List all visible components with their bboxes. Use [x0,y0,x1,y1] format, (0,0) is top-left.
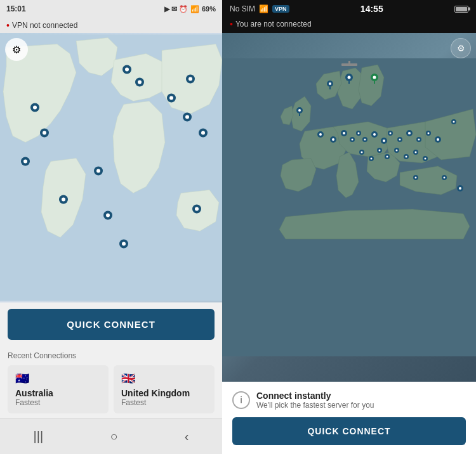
settings-button-right[interactable]: ⚙ [451,38,471,58]
svg-point-99 [425,158,426,160]
nav-back-icon[interactable]: ‹ [172,427,202,446]
australia-name: Australia [15,388,101,398]
quick-connect-button-right[interactable]: QUICK CONNECT [232,417,466,445]
svg-point-65 [358,133,360,134]
svg-point-93 [396,150,398,152]
svg-point-105 [459,187,461,190]
svg-point-61 [343,132,345,134]
left-panel: 15:01 ▶ ✉ ⏰ 📶 69% • VPN not connected ⚙ [0,0,222,454]
svg-point-30 [195,207,199,211]
uk-flag: 🇬🇧 [121,372,207,386]
time-left: 15:01 [6,4,26,13]
vpn-status-bar-left: • VPN not connected [0,18,222,33]
recent-connections-section: Recent Connections 🇦🇺 Australia Fastest … [0,346,222,418]
svg-point-95 [406,156,407,158]
right-panel: No SIM 📶 VPN 14:55 • You are not connect… [222,0,476,454]
svg-point-107 [453,121,455,123]
svg-point-71 [383,139,385,142]
settings-button-left[interactable]: ⚙ [5,38,28,61]
bottom-panel-right: i Connect instantly We'll pick the faste… [222,382,476,454]
status-bar-left: 15:01 ▶ ✉ ⏰ 📶 69% [0,0,222,18]
australia-speed: Fastest [15,398,101,407]
pin-14 [119,240,128,249]
nav-menu-icon[interactable]: ||| [21,427,56,446]
connect-instantly-subtitle: We'll pick the fastest server for you [256,401,374,410]
svg-point-59 [332,138,334,141]
notification-icons: ▶ ✉ ⏰ [164,5,188,13]
svg-point-85 [361,152,363,153]
pin-1 [122,65,131,74]
pin-10 [192,205,201,214]
pin-13 [103,211,112,220]
svg-point-91 [387,156,388,158]
svg-point-6 [138,81,142,84]
status-left-right: No SIM 📶 VPN [230,4,289,13]
uk-speed: Fastest [121,398,207,407]
svg-point-27 [201,131,205,135]
status-icons-left: ▶ ✉ ⏰ 📶 69% [164,5,216,13]
svg-point-77 [408,132,411,134]
quick-connect-section-left: QUICK CONNECT [0,302,222,346]
svg-point-45 [348,76,351,79]
svg-point-73 [390,133,392,134]
svg-point-79 [418,139,420,141]
svg-point-69 [373,133,376,136]
connect-instantly-row: i Connect instantly We'll pick the faste… [232,391,466,410]
svg-point-89 [379,150,381,152]
not-connected-bar: • You are not connected [222,18,476,33]
pin-2 [135,78,144,87]
map-left: ⚙ [0,33,222,302]
svg-point-39 [106,214,110,217]
svg-point-83 [437,138,439,141]
svg-point-63 [352,139,354,141]
connect-instantly-text: Connect instantly We'll pick the fastest… [256,391,374,410]
svg-point-33 [62,198,65,202]
battery-percent-left: 69% [202,5,216,13]
svg-point-3 [125,68,129,72]
not-connected-text: You are not connected [235,20,312,29]
nav-home-icon[interactable]: ○ [97,427,130,446]
time-right: 14:55 [360,4,383,14]
pin-12 [94,167,103,176]
battery-icon-right [454,6,468,13]
svg-rect-109 [348,61,350,66]
vpn-badge: VPN [272,5,289,13]
svg-point-15 [23,160,27,164]
svg-point-54 [298,109,301,112]
pin-11 [59,195,68,204]
svg-point-67 [364,139,366,141]
wifi-icon-right: 📶 [259,4,268,13]
svg-point-81 [428,133,430,134]
svg-point-101 [415,177,417,179]
connection-card-australia[interactable]: 🇦🇺 Australia Fastest [8,365,109,413]
svg-point-87 [371,158,373,160]
pin-4 [40,129,49,138]
svg-point-18 [188,77,192,81]
svg-point-24 [185,115,189,119]
svg-point-42 [122,242,126,246]
battery-fill-right [456,7,467,11]
no-sim-text: No SIM [230,4,255,13]
svg-point-48 [373,76,376,79]
map-right: ⚙ [222,33,476,382]
status-bar-right: No SIM 📶 VPN 14:55 [222,0,476,18]
svg-point-9 [33,106,37,110]
vpn-dot-left: • [6,20,10,30]
connect-instantly-title: Connect instantly [256,391,374,401]
map-svg-left [0,33,222,302]
svg-point-97 [415,152,417,153]
pin-8 [183,113,192,122]
not-connected-dot: • [230,19,233,29]
svg-point-103 [444,177,446,179]
connection-card-uk[interactable]: 🇬🇧 United Kingdom Fastest [114,365,215,413]
pin-6 [186,75,195,84]
map-svg-right [222,33,476,382]
pin-3 [30,103,39,112]
svg-point-21 [169,96,173,100]
nav-bar-left: ||| ○ ‹ [0,418,222,454]
pin-9 [199,129,208,138]
pin-5 [21,157,30,166]
quick-connect-button-left[interactable]: QUICK CONNECT [8,309,215,340]
info-icon: i [232,391,250,409]
svg-point-12 [43,131,46,135]
